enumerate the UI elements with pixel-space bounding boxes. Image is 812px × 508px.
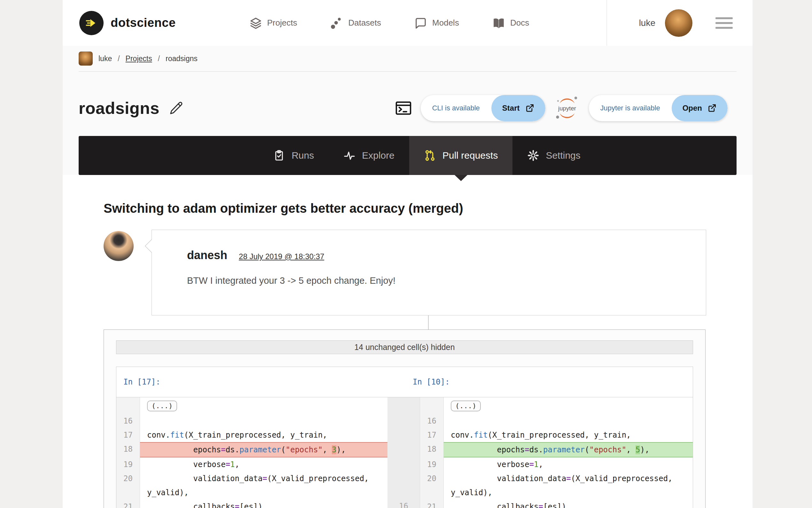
line-number-gutter-right: 161718192021 [420,397,444,508]
message-square-icon [414,17,427,30]
layers-icon [249,17,262,30]
comment-row: danesh 28 July 2019 @ 18:30:37 BTW I int… [104,230,706,315]
tab-label: Pull requests [442,150,498,161]
cli-status: CLI is available [421,104,491,112]
app-window: dotscience Projects Datasets [63,0,753,508]
book-icon [492,17,505,30]
diff-body: 161718192021 (...)conv.fit(X_train_prepr… [116,397,693,508]
launchers: CLI is available Start jupyter [394,95,728,122]
breadcrumb-user[interactable]: luke [98,54,112,63]
comment-header: danesh 28 July 2019 @ 18:30:37 [187,249,693,262]
tab-label: Settings [546,150,580,161]
project-tabbar: Runs Explore [79,136,736,175]
dotscience-logo-icon [79,11,104,35]
nav-label: Docs [510,18,529,28]
code-pane-left: (...)conv.fit(X_train_preprocessed, y_tr… [140,397,387,508]
commenter-avatar[interactable] [104,231,134,261]
nav-item-models[interactable]: Models [414,17,459,30]
jupyter-pill: Jupyter is available Open [589,95,728,121]
unchanged-cells-bar[interactable]: 14 unchanged cell(s) hidden [116,340,693,354]
edit-pencil-icon[interactable] [169,101,184,116]
cli-start-label: Start [502,103,520,113]
jupyter-open-button[interactable]: Open [672,95,728,121]
pull-request-panel: Switching to adam optimizer gets better … [63,175,753,508]
hamburger-menu-icon[interactable] [715,14,733,32]
top-navbar: dotscience Projects Datasets [63,0,753,46]
collapsed-lines-badge[interactable]: (...) [147,400,177,411]
external-link-icon [525,103,534,113]
divider-line-number: 16 [387,502,420,508]
pull-request-title: Switching to adam optimizer gets better … [104,175,706,216]
breadcrumb-projects-link[interactable]: Projects [126,54,152,63]
jupyter-logo: jupyter [554,95,580,122]
cell-prompt-row: In [17]: In [10]: [116,367,693,397]
cli-pill: CLI is available Start [421,95,545,121]
nav-label: Projects [267,18,297,28]
tab-label: Explore [362,150,394,161]
gear-icon [527,150,539,162]
breadcrumb: luke / Projects / roadsigns [79,51,736,72]
breadcrumb-separator: / [117,54,120,63]
dots-icon [330,17,343,30]
brand[interactable]: dotscience [63,11,176,35]
user-name: luke [639,18,655,28]
comment-timestamp-link[interactable]: 28 July 2019 @ 18:30:37 [239,252,324,261]
cli-start-button[interactable]: Start [491,95,545,121]
brand-name: dotscience [111,16,176,30]
comment-author: danesh [187,249,227,262]
tab-settings[interactable]: Settings [513,136,595,175]
cell-prompt-right: In [10]: [413,378,450,386]
jupyter-open-label: Open [682,103,702,113]
breadcrumb-section: luke / Projects / roadsigns [63,46,753,72]
cell-prompt-left: In [17]: [124,378,160,386]
tab-runs[interactable]: Runs [258,136,329,175]
nav-item-projects[interactable]: Projects [249,17,297,30]
breadcrumb-avatar[interactable] [79,51,93,66]
comment-bubble: danesh 28 July 2019 @ 18:30:37 BTW I int… [151,230,706,315]
tab-label: Runs [292,150,314,161]
project-header: roadsigns CLI is available Start [63,72,753,122]
terminal-icon [394,99,413,117]
nav-links: Projects Datasets Models Docs [249,17,529,30]
collapsed-lines-badge[interactable]: (...) [451,400,481,411]
diff-table: In [17]: In [10]: 161718192021 (...)conv… [116,367,693,508]
nav-item-docs[interactable]: Docs [492,17,529,30]
nav-label: Models [432,18,459,28]
tab-pull-requests[interactable]: Pull requests [409,136,513,175]
page-title: roadsigns [79,98,159,118]
user-menu: luke [607,9,753,37]
svg-text:jupyter: jupyter [558,105,576,112]
tabs-group: Runs Explore [258,136,595,175]
tabbar-wrap: Runs Explore [63,122,753,175]
notebook-diff-container: 14 unchanged cell(s) hidden In [17]: In … [104,330,706,508]
thread-connector-line [428,315,429,330]
pulse-icon [343,150,355,162]
nav-item-datasets[interactable]: Datasets [330,17,381,30]
clipboard-check-icon [273,150,285,162]
code-pane-right: (...)conv.fit(X_train_preprocessed, y_tr… [444,397,693,508]
nav-label: Datasets [348,18,381,28]
diff-center-divider: 16 [387,397,420,508]
line-number-gutter-left: 161718192021 [116,397,140,508]
breadcrumb-current: roadsigns [165,54,198,63]
comment-body: BTW I integrated your 3 -> 5 epoch chang… [187,276,693,286]
jupyter-status: Jupyter is available [589,104,672,112]
tab-explore[interactable]: Explore [329,136,409,175]
external-link-icon [707,103,717,113]
breadcrumb-separator: / [158,54,160,63]
user-avatar[interactable] [665,9,692,37]
git-pull-request-icon [424,150,436,162]
